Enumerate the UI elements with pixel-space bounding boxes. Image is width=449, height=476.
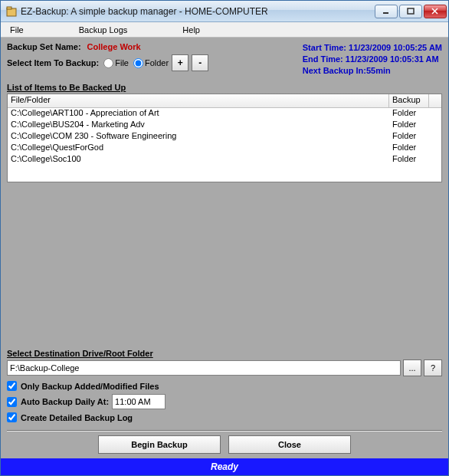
maximize-button[interactable] [399,5,422,18]
cell-type: Folder [389,143,429,154]
backup-set-name-label: Backup Set Name: [7,42,81,51]
titlebar[interactable]: EZ-Backup: A simple backup manager - HOM… [1,1,448,22]
app-window: EZ-Backup: A simple backup manager - HOM… [0,0,449,476]
next-backup: Next Backup In:55min [303,65,442,77]
cell-path: C:\College\COM 230 - Software Engineerin… [8,131,389,143]
column-backup[interactable]: Backup [389,94,429,107]
divider [7,430,442,431]
time-info: Start Time: 11/23/2009 10:05:25 AM End T… [303,42,442,77]
backup-set-name-value: College Work [87,42,141,51]
auto-daily-checkbox[interactable] [7,397,17,407]
svg-rect-1 [7,7,11,9]
status-text: Ready [211,461,238,472]
cell-type: Folder [389,154,429,166]
detailed-log-label: Create Detailed Backup Log [21,413,133,422]
detailed-log-checkbox[interactable] [7,412,17,422]
end-time: End Time: 11/23/2009 10:05:31 AM [303,54,442,65]
column-spacer [429,94,441,107]
window-title: EZ-Backup: A simple backup manager - HOM… [21,6,375,17]
menubar: File Backup Logs Help [1,22,448,38]
app-icon [5,5,18,18]
destination-input[interactable] [7,360,401,376]
minimize-button[interactable] [375,5,398,18]
select-item-label: Select Item To Backup: [7,58,99,67]
menu-file[interactable]: File [5,24,28,36]
cell-path: C:\College\QuestForGod [8,143,389,154]
auto-daily-time-input[interactable] [112,394,166,409]
table-row[interactable]: C:\College\Soc100Folder [8,154,441,166]
table-row[interactable]: C:\College\ART100 - Appreciation of ArtF… [8,108,441,120]
folder-radio-label: Folder [145,58,169,67]
cell-path: C:\College\BUS204 - Marketing Adv [8,120,389,131]
auto-daily-label: Auto Backup Daily At: [21,397,109,406]
client-area: Backup Set Name: College Work Select Ite… [1,38,448,475]
dest-help-button[interactable]: ? [424,359,442,376]
add-item-button[interactable]: + [172,54,188,71]
close-window-button[interactable] [424,5,447,18]
list-header: List of Items to Be Backed Up [7,83,442,92]
only-modified-label: Only Backup Added/Modified Files [21,382,159,391]
table-row[interactable]: C:\College\COM 230 - Software Engineerin… [8,131,441,143]
start-time: Start Time: 11/23/2009 10:05:25 AM [303,42,442,54]
cell-type: Folder [389,131,429,143]
status-bar: Ready [1,458,448,475]
dest-header: Select Destination Drive/Root Folder [7,349,442,358]
begin-backup-button[interactable]: Begin Backup [98,435,221,454]
menu-backup-logs[interactable]: Backup Logs [74,24,133,36]
cell-path: C:\College\Soc100 [8,154,389,166]
svg-rect-3 [408,8,414,14]
only-modified-checkbox[interactable] [7,381,17,391]
table-row[interactable]: C:\College\BUS204 - Marketing AdvFolder [8,120,441,131]
cell-type: Folder [389,120,429,131]
file-radio[interactable] [103,58,113,68]
menu-help[interactable]: Help [178,24,205,36]
table-row[interactable]: C:\College\QuestForGodFolder [8,143,441,154]
cell-path: C:\College\ART100 - Appreciation of Art [8,108,389,120]
remove-item-button[interactable]: - [192,54,208,71]
column-file-folder[interactable]: File/Folder [8,94,389,107]
file-radio-label: File [115,58,129,67]
cell-type: Folder [389,108,429,120]
close-button[interactable]: Close [228,435,351,454]
folder-radio[interactable] [133,58,143,68]
items-listview[interactable]: File/Folder Backup C:\College\ART100 - A… [7,94,442,182]
browse-button[interactable]: ... [403,359,421,376]
